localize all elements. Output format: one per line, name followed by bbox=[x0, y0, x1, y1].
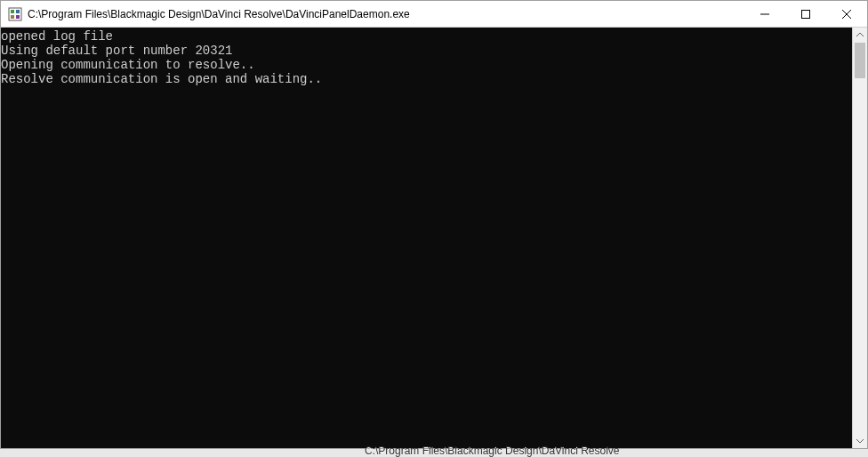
console-line: opened log file bbox=[1, 29, 852, 44]
scroll-up-button[interactable] bbox=[853, 28, 867, 43]
svg-rect-3 bbox=[11, 15, 14, 19]
window-controls bbox=[744, 1, 867, 27]
console-line: Opening communication to resolve.. bbox=[1, 58, 852, 72]
svg-rect-2 bbox=[16, 10, 20, 13]
scroll-down-button[interactable] bbox=[853, 433, 867, 448]
app-icon bbox=[8, 7, 22, 21]
close-button[interactable] bbox=[826, 1, 867, 27]
console-output[interactable]: opened log fileUsing default port number… bbox=[1, 28, 852, 448]
maximize-icon bbox=[801, 10, 810, 19]
scrollbar-thumb[interactable] bbox=[855, 43, 865, 78]
console-area: opened log fileUsing default port number… bbox=[1, 28, 867, 448]
svg-rect-4 bbox=[16, 15, 20, 19]
console-line: Resolve communication is open and waitin… bbox=[1, 72, 852, 86]
close-icon bbox=[842, 10, 851, 19]
chevron-up-icon bbox=[856, 33, 864, 37]
console-line: Using default port number 20321 bbox=[1, 44, 852, 58]
svg-rect-6 bbox=[802, 10, 810, 18]
taskbar-preview-text: C:\Program Files\Blackmagic Design\DaVin… bbox=[365, 445, 620, 457]
minimize-button[interactable] bbox=[744, 1, 785, 27]
titlebar[interactable]: C:\Program Files\Blackmagic Design\DaVin… bbox=[1, 1, 867, 28]
maximize-button[interactable] bbox=[785, 1, 826, 27]
svg-rect-1 bbox=[11, 10, 14, 13]
chevron-down-icon bbox=[856, 438, 864, 443]
minimize-icon bbox=[760, 10, 769, 19]
window-title: C:\Program Files\Blackmagic Design\DaVin… bbox=[28, 8, 744, 20]
console-window: C:\Program Files\Blackmagic Design\DaVin… bbox=[0, 0, 868, 449]
vertical-scrollbar[interactable] bbox=[852, 28, 867, 448]
scrollbar-track[interactable] bbox=[853, 43, 867, 433]
